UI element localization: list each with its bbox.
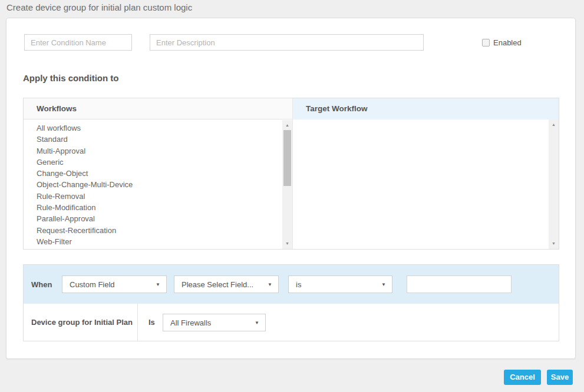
workflow-panels: Workflows All workflows Standard Multi-A… [23,98,559,250]
workflow-list-item[interactable]: Request-Recertification [24,225,292,236]
device-group-row: Device group for Initial Plan Is All Fir… [24,304,559,341]
enabled-checkbox[interactable] [482,39,490,46]
scroll-down-icon[interactable]: ▼ [282,240,292,248]
condition-name-input[interactable] [24,34,132,51]
page-title: Create device group for initial plan cus… [6,2,192,12]
workflows-panel: Workflows All workflows Standard Multi-A… [24,98,292,249]
workflow-list-item[interactable]: Standard-With-SLA [24,247,292,249]
enabled-checkbox-group: Enabled [482,38,522,47]
workflow-list-item[interactable]: Rule-Modification [24,202,292,213]
dropdown-caret-icon: ▼ [156,282,160,287]
field-type-select[interactable]: Custom Field ▼ [62,275,167,293]
operator-select[interactable]: is ▼ [288,275,392,293]
workflow-list-item[interactable]: All workflows [24,122,292,134]
workflow-list-item[interactable]: Parallel-Approval [24,213,292,224]
description-input[interactable] [150,34,424,51]
row-divider [137,304,138,341]
scroll-down-icon[interactable]: ▼ [549,240,559,248]
dropdown-caret-icon: ▼ [255,320,259,325]
target-workflow-panel-header: Target Workflow [293,98,559,119]
condition-value-input[interactable] [407,275,512,293]
workflow-list-item[interactable]: Change-Object [24,168,292,179]
target-workflow-panel: Target Workflow ▲ ▼ [292,98,559,249]
condition-box: When Custom Field ▼ Please Select Field.… [23,264,559,341]
cancel-button[interactable]: Cancel [504,370,541,385]
when-label: When [31,280,52,289]
workflow-list-item[interactable]: Generic [24,157,292,168]
workflows-scrollbar-thumb[interactable] [283,130,291,186]
operator-select-value: is [296,280,301,289]
field-select-value: Please Select Field... [182,280,253,289]
workflow-list-item[interactable]: Multi-Approval [24,145,292,157]
section-heading: Apply this condition to [23,73,118,83]
field-type-select-value: Custom Field [70,280,115,289]
field-select[interactable]: Please Select Field... ▼ [174,275,279,293]
workflows-list: All workflows Standard Multi-Approval Ge… [24,120,292,249]
workflows-scrollbar[interactable]: ▲ ▼ [282,120,292,249]
when-condition-row: When Custom Field ▼ Please Select Field.… [24,265,559,304]
device-group-select-value: All Firewalls [170,318,211,327]
save-button[interactable]: Save [547,370,573,385]
is-label: Is [149,318,155,327]
device-group-label: Device group for Initial Plan [31,318,133,327]
scroll-up-icon[interactable]: ▲ [282,121,292,129]
scroll-up-icon[interactable]: ▲ [549,121,559,129]
dropdown-caret-icon: ▼ [268,282,272,287]
workflow-list-item[interactable]: Web-Filter [24,236,292,247]
target-workflow-list: ▲ ▼ [293,119,559,249]
target-workflow-scrollbar[interactable]: ▲ ▼ [549,119,559,249]
workflows-panel-header: Workflows [24,98,292,119]
enabled-checkbox-label: Enabled [493,38,522,47]
device-group-select[interactable]: All Firewalls ▼ [163,314,266,331]
form-card: Enabled Apply this condition to Workflow… [6,18,576,359]
workflow-list-item[interactable]: Object-Change-Multi-Device [24,179,292,190]
dropdown-caret-icon: ▼ [381,282,386,287]
workflow-list-item[interactable]: Standard [24,134,292,145]
workflow-list-item[interactable]: Rule-Removal [24,191,292,202]
